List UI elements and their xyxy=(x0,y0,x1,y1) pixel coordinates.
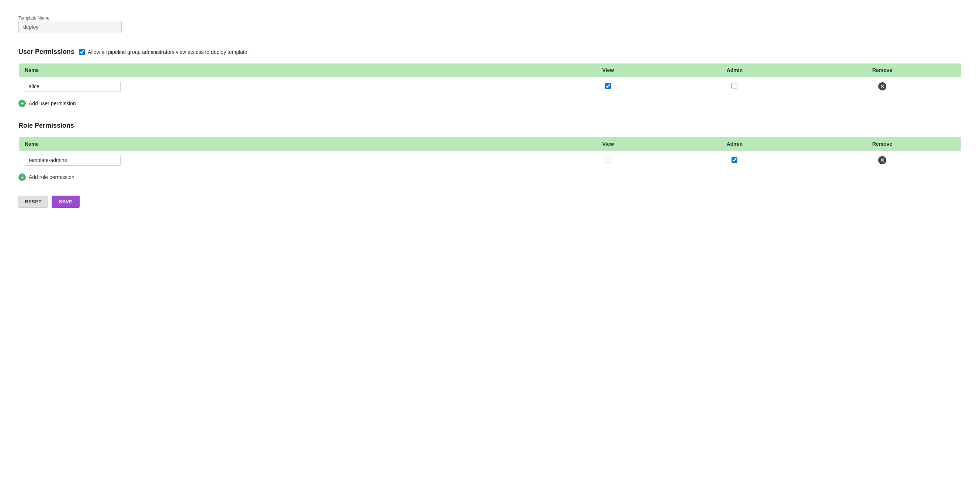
template-name-input[interactable] xyxy=(18,21,122,33)
user-permissions-header: User Permissions Allow all pipeline grou… xyxy=(18,48,962,56)
user-admin-cell xyxy=(666,77,803,96)
role-name-cell xyxy=(19,151,550,170)
role-col-admin: Admin xyxy=(666,137,803,151)
remove-icon: ✕ xyxy=(878,156,886,164)
save-button[interactable]: SAVE xyxy=(52,196,80,208)
add-user-permission-row[interactable]: + Add user permission xyxy=(18,100,962,107)
user-col-remove: Remove xyxy=(803,64,962,77)
role-name-input[interactable] xyxy=(25,155,121,166)
user-col-view: View xyxy=(550,64,666,77)
user-permissions-heading: User Permissions xyxy=(18,48,75,56)
user-view-cell xyxy=(550,77,666,96)
user-col-admin: Admin xyxy=(666,64,803,77)
user-remove-cell: ✕ xyxy=(803,77,962,96)
user-col-name: Name xyxy=(19,64,550,77)
role-permissions-heading: Role Permissions xyxy=(18,122,962,129)
table-row: ✕ xyxy=(19,77,962,96)
add-user-plus-icon: + xyxy=(18,100,26,107)
role-permissions-section: Role Permissions Name View Admin Remove xyxy=(18,122,962,181)
table-row: ✕ xyxy=(19,151,962,170)
role-view-cell xyxy=(550,151,666,170)
user-view-checkbox[interactable] xyxy=(605,83,611,89)
role-remove-button[interactable]: ✕ xyxy=(878,156,886,164)
allow-all-checkbox[interactable] xyxy=(79,49,85,55)
user-table-header-row: Name View Admin Remove xyxy=(19,64,962,77)
role-col-remove: Remove xyxy=(803,137,962,151)
add-role-permission-row[interactable]: + Add role permission xyxy=(18,174,962,181)
role-table-header-row: Name View Admin Remove xyxy=(19,137,962,151)
role-admin-cell xyxy=(666,151,803,170)
user-admin-checkbox[interactable] xyxy=(732,83,737,89)
template-name-label: Template Name xyxy=(18,16,49,21)
allow-all-text: Allow all pipeline group administrators … xyxy=(88,49,249,55)
allow-all-label[interactable]: Allow all pipeline group administrators … xyxy=(79,49,249,55)
template-name-section: Template Name xyxy=(18,15,962,33)
user-name-cell xyxy=(19,77,550,96)
user-permissions-table: Name View Admin Remove ✕ xyxy=(18,63,962,96)
add-role-plus-icon: + xyxy=(18,174,26,181)
reset-button[interactable]: RESET xyxy=(18,196,48,208)
role-remove-cell: ✕ xyxy=(803,151,962,170)
add-role-permission-label: Add role permission xyxy=(29,174,75,180)
role-col-name: Name xyxy=(19,137,550,151)
remove-icon: ✕ xyxy=(878,82,886,90)
actions-row: RESET SAVE xyxy=(18,196,962,208)
role-admin-checkbox[interactable] xyxy=(732,157,737,163)
user-name-input[interactable] xyxy=(25,81,121,92)
add-user-permission-label: Add user permission xyxy=(29,101,76,106)
role-permissions-table: Name View Admin Remove ✕ xyxy=(18,137,962,170)
role-col-view: View xyxy=(550,137,666,151)
role-view-checkbox xyxy=(605,157,611,163)
user-remove-button[interactable]: ✕ xyxy=(878,82,886,90)
